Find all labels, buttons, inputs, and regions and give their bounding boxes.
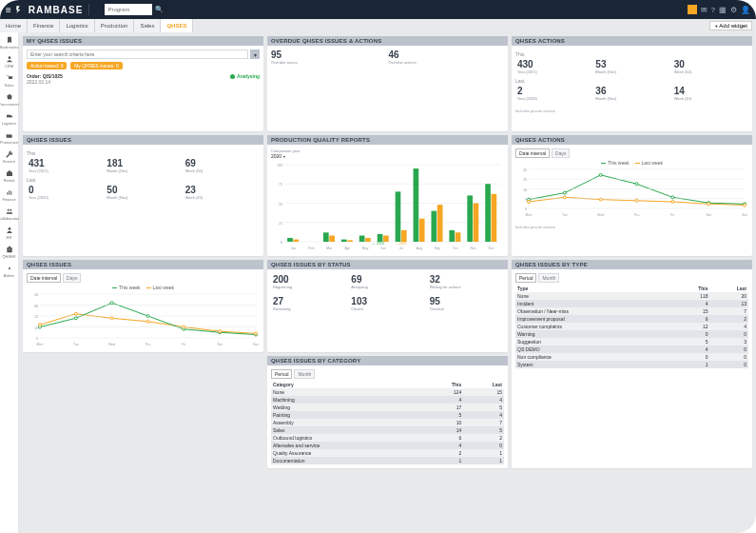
filter-icon[interactable]: ▾: [250, 49, 260, 59]
tab-home[interactable]: Home: [0, 19, 28, 32]
kpi-value: 50: [107, 186, 179, 195]
kpi-sub: Year (2021): [29, 168, 101, 173]
pqr-year[interactable]: 2020: [271, 153, 281, 159]
kpi-sub: Month (Nov): [107, 195, 179, 200]
svg-point-106: [563, 196, 566, 199]
svg-text:Oct: Oct: [453, 247, 457, 250]
global-search-input[interactable]: [105, 4, 152, 15]
table-row[interactable]: Customer complaints124: [515, 323, 748, 330]
tab-month[interactable]: Month: [538, 273, 559, 283]
nav-collaboration[interactable]: Collaboration: [2, 207, 17, 221]
table-row[interactable]: Warning00: [515, 330, 748, 338]
table-row[interactable]: Machining44: [271, 396, 504, 404]
svg-text:Dec: Dec: [488, 247, 494, 250]
nav-bookmarks[interactable]: Bookmarks: [2, 36, 17, 49]
kpi-sub: Reviewing: [273, 306, 345, 311]
svg-text:Mar: Mar: [326, 247, 333, 250]
tab-production[interactable]: Production: [95, 19, 135, 32]
nav-procurement[interactable]: Procurement: [2, 93, 17, 107]
nav-rental[interactable]: Rental: [2, 169, 17, 183]
table-row[interactable]: Quality Assurance21: [271, 449, 504, 457]
label-this: This: [27, 150, 260, 156]
tab-days[interactable]: Days: [63, 273, 81, 283]
svg-point-6: [10, 209, 11, 211]
apps-icon[interactable]: ▦: [719, 6, 727, 14]
actions-line-hint: Includes private actions: [512, 223, 752, 231]
add-widget-button[interactable]: + Add widget: [709, 21, 752, 30]
nav-service[interactable]: Service: [2, 150, 17, 164]
table-row[interactable]: Incident413: [515, 300, 748, 307]
nav-finance[interactable]: Finance: [2, 188, 17, 202]
my-issues-search-input[interactable]: [27, 49, 248, 59]
table-row[interactable]: Suggestion53: [515, 338, 748, 345]
user-icon[interactable]: 👤: [741, 6, 750, 14]
table-row[interactable]: Outbound logistics62: [271, 434, 504, 442]
tab-logistics[interactable]: Logistics: [60, 19, 94, 32]
table-row[interactable]: Assembly107: [271, 419, 504, 426]
nav-admin[interactable]: Admin: [2, 265, 17, 278]
svg-text:100: 100: [277, 164, 282, 168]
svg-rect-67: [383, 236, 389, 242]
tab-period[interactable]: Period: [271, 369, 292, 379]
gear-icon[interactable]: ⚙: [730, 6, 737, 14]
label-last: Last: [27, 177, 260, 183]
svg-rect-64: [329, 236, 335, 242]
table-row[interactable]: QS DEMO40: [515, 345, 748, 353]
page-tabs: Home Finance Logistics Production Sales …: [0, 19, 756, 32]
table-row[interactable]: None12415: [271, 388, 504, 396]
table-row[interactable]: System10: [515, 361, 748, 368]
svg-text:10: 10: [34, 326, 38, 330]
tab-finance[interactable]: Finance: [28, 19, 60, 32]
tab-days[interactable]: Days: [552, 148, 570, 158]
order-date: 2022.02.14: [27, 79, 63, 85]
tab-period[interactable]: Period: [515, 273, 536, 283]
table-row[interactable]: Improvement proposal62: [515, 315, 748, 323]
menu-icon[interactable]: ≡: [6, 5, 11, 15]
kpi-value: 2: [517, 87, 590, 96]
nav-logistics[interactable]: Logistics: [2, 112, 17, 126]
kpi-sub: Week (50): [185, 168, 258, 173]
chip-my-issues[interactable]: My QHSES issues: 0: [70, 62, 123, 69]
type-table: TypeThisLast None11820Incident413Observa…: [515, 285, 748, 368]
tab-sales[interactable]: Sales: [134, 19, 161, 32]
svg-rect-3: [9, 190, 10, 195]
help-icon[interactable]: ?: [711, 6, 715, 14]
table-row[interactable]: Painting54: [271, 411, 504, 419]
table-row[interactable]: None11820: [515, 292, 748, 300]
tab-date-interval[interactable]: Date interval: [515, 148, 550, 158]
chip-action-based[interactable]: Action based: 0: [27, 62, 67, 69]
svg-text:0: 0: [36, 337, 38, 341]
svg-text:Aug: Aug: [417, 247, 422, 250]
card-title: QHSES ISSUES BY CATEGORY: [267, 356, 508, 365]
tab-month[interactable]: Month: [294, 369, 315, 379]
issue-row[interactable]: Order: QIS/1025 2022.02.14 Analysing: [27, 73, 260, 85]
tab-qhses[interactable]: QHSES: [161, 19, 193, 32]
nav-crm[interactable]: CRM: [2, 55, 17, 69]
nav-sales[interactable]: Sales: [2, 74, 17, 88]
table-row[interactable]: Documentation11: [271, 457, 504, 464]
svg-point-22: [146, 315, 149, 318]
kpi-value: 181: [107, 159, 179, 168]
pqr-bar-chart: 0255075100JanFebMarAprMayJunJulAugSepOct…: [271, 161, 504, 251]
nav-qhses[interactable]: QHSES: [2, 246, 17, 259]
search-icon[interactable]: 🔍: [155, 6, 164, 13]
svg-text:Wed: Wed: [597, 213, 604, 217]
svg-text:Nov: Nov: [471, 247, 476, 250]
table-row[interactable]: Sales145: [271, 426, 504, 434]
kpi-sub: Year (2020): [517, 96, 590, 101]
nav-production[interactable]: Production: [2, 131, 17, 145]
table-row[interactable]: Aftersales and service40: [271, 442, 504, 449]
table-row[interactable]: Observation / Near-miss157: [515, 307, 748, 315]
notification-icon[interactable]: ✉: [701, 6, 708, 14]
svg-point-107: [599, 198, 602, 201]
table-row[interactable]: Welding175: [271, 404, 504, 411]
alert-badge[interactable]: [688, 5, 697, 14]
tab-date-interval[interactable]: Date interval: [27, 273, 61, 283]
kpi-sub: Overdue issues: [271, 60, 387, 65]
svg-text:Fri: Fri: [182, 343, 185, 346]
svg-point-105: [528, 200, 531, 203]
table-row[interactable]: Non compliance00: [515, 353, 748, 361]
card-title: QHSES ISSUES: [23, 135, 263, 145]
svg-rect-58: [431, 211, 436, 242]
nav-hr[interactable]: HR: [2, 227, 17, 240]
